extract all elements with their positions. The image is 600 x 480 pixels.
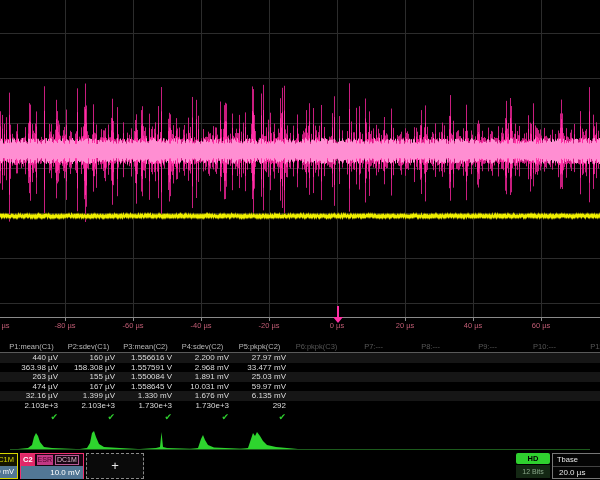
waveform-display	[0, 0, 600, 320]
timebase-descriptor[interactable]: Tbase 20.0 µs	[552, 453, 600, 479]
measure-cell: 59.97 mV	[231, 382, 288, 392]
measure-cell: 158.308 µV	[60, 363, 117, 373]
measure-cell: 33.477 mV	[231, 363, 288, 373]
measure-header-p10[interactable]: P10:---	[516, 341, 573, 352]
histicon-strip	[0, 429, 600, 452]
c2-esr-badge: ESR	[37, 455, 53, 465]
status-check-icon: ✔	[174, 410, 231, 424]
time-axis: -100 µs-80 µs-60 µs-40 µs-20 µs0 µs20 µs…	[0, 317, 600, 335]
measure-cell: 440 µV	[3, 353, 60, 363]
measure-header-p11[interactable]: P11:---	[573, 341, 600, 352]
measure-cell: 1.730e+3	[174, 401, 231, 411]
measure-cell: 1.557591 V	[117, 363, 174, 373]
timebase-scale-value: 20.0 µs	[553, 467, 600, 479]
time-tick-label: -20 µs	[259, 321, 280, 330]
time-tick-label: -100 µs	[0, 321, 10, 330]
status-check-icon: ✔	[117, 410, 174, 424]
add-trace-button[interactable]: +	[86, 453, 144, 479]
timebase-title: Tbase	[557, 454, 578, 466]
measure-table: P1:mean(C1)P2:sdev(C1)P3:mean(C2)P4:sdev…	[0, 341, 600, 424]
c2-scale-value: 10.0 mV	[21, 466, 83, 479]
measure-row-sdev: 32.16 µV1.399 µV1.330 mV1.676 mV6.135 mV	[0, 391, 600, 401]
status-check-icon: ✔	[3, 410, 60, 424]
measure-header-p7[interactable]: P7:---	[345, 341, 402, 352]
measure-cell: 1.730e+3	[117, 401, 174, 411]
trigger-marker-icon[interactable]	[333, 317, 343, 323]
c2-coupling-badge: DC1M	[55, 455, 79, 465]
measure-header-row: P1:mean(C1)P2:sdev(C1)P3:mean(C2)P4:sdev…	[0, 341, 600, 353]
measure-cell: 474 µV	[3, 382, 60, 392]
measure-cell: 167 µV	[60, 382, 117, 392]
trigger-position-marker[interactable]	[337, 306, 339, 317]
measure-row-max: 474 µV167 µV1.558645 V10.031 mV59.97 mV	[0, 382, 600, 392]
active-trace-annotation	[0, 0, 84, 8]
measure-cell: 1.891 mV	[174, 372, 231, 382]
plus-icon: +	[111, 458, 119, 473]
measure-cell: 1.550084 V	[117, 372, 174, 382]
measure-cell: 1.556616 V	[117, 353, 174, 363]
channel-c1-descriptor[interactable]: DC1M 0 mV	[0, 453, 18, 479]
histicon-p1[interactable]	[18, 429, 78, 451]
measure-cell: 1.399 µV	[60, 391, 117, 401]
c1-coupling-badge: DC1M	[0, 454, 17, 466]
measure-header-p9[interactable]: P9:---	[459, 341, 516, 352]
measure-cell: 6.135 mV	[231, 391, 288, 401]
status-check-icon: ✔	[60, 410, 117, 424]
measure-row-mean: 363.98 µV158.308 µV1.557591 V2.968 mV33.…	[0, 363, 600, 373]
bottom-bar: DC1M 0 mV C2 ESR DC1M 10.0 mV + HD 12 Bi…	[0, 452, 600, 480]
measure-header-p2[interactable]: P2:sdev(C1)	[60, 341, 117, 352]
hd-badge: HD	[516, 453, 550, 464]
oscilloscope-screen: -100 µs-80 µs-60 µs-40 µs-20 µs0 µs20 µs…	[0, 0, 600, 480]
time-tick-label: 60 µs	[532, 321, 551, 330]
measure-cell: 32.16 µV	[3, 391, 60, 401]
measure-row-status: ✔✔✔✔✔	[0, 410, 600, 424]
histicon-p2[interactable]	[80, 429, 140, 451]
time-tick-label: -80 µs	[55, 321, 76, 330]
measure-header-p8[interactable]: P8:---	[402, 341, 459, 352]
time-tick-label: -60 µs	[123, 321, 144, 330]
measure-body: 440 µV160 µV1.556616 V2.200 mV27.97 mV36…	[0, 353, 600, 424]
time-tick-label: -40 µs	[191, 321, 212, 330]
time-tick-label: 20 µs	[396, 321, 415, 330]
measure-cell: 363.98 µV	[3, 363, 60, 373]
measure-header-p1[interactable]: P1:mean(C1)	[3, 341, 60, 352]
measure-cell: 27.97 mV	[231, 353, 288, 363]
measure-cell: 160 µV	[60, 353, 117, 363]
measure-header-p3[interactable]: P3:mean(C2)	[117, 341, 174, 352]
measure-cell: 1.676 mV	[174, 391, 231, 401]
hd-bits-label: 12 Bits	[516, 465, 550, 478]
measure-cell: 2.103e+3	[60, 401, 117, 411]
channel-c2-descriptor[interactable]: C2 ESR DC1M 10.0 mV	[20, 453, 84, 479]
measure-cell: 2.968 mV	[174, 363, 231, 373]
measure-header-p5[interactable]: P5:pkpk(C2)	[231, 341, 288, 352]
status-check-icon: ✔	[231, 410, 288, 424]
measure-cell: 263 µV	[3, 372, 60, 382]
c1-offset-value: 0 mV	[0, 466, 17, 478]
measure-cell: 1.330 mV	[117, 391, 174, 401]
hd-mode-box[interactable]: HD 12 Bits	[516, 453, 550, 479]
measure-cell: 1.558645 V	[117, 382, 174, 392]
measure-cell: 10.031 mV	[174, 382, 231, 392]
measure-header-p6[interactable]: P6:pkpk(C3)	[288, 341, 345, 352]
measure-cell: 2.103e+3	[3, 401, 60, 411]
measure-cell: 2.200 mV	[174, 353, 231, 363]
measure-row-num: 2.103e+32.103e+31.730e+31.730e+3292	[0, 401, 600, 411]
time-tick-label: 40 µs	[464, 321, 483, 330]
c2-channel-label: C2	[21, 454, 35, 466]
measure-header-p4[interactable]: P4:sdev(C2)	[174, 341, 231, 352]
measure-cell: 292	[231, 401, 288, 411]
histicon-p5[interactable]	[240, 429, 300, 451]
measure-cell: 155 µV	[60, 372, 117, 382]
measure-cell: 25.03 mV	[231, 372, 288, 382]
measure-row-value: 440 µV160 µV1.556616 V2.200 mV27.97 mV	[0, 353, 600, 363]
measure-row-min: 263 µV155 µV1.550084 V1.891 mV25.03 mV	[0, 372, 600, 382]
